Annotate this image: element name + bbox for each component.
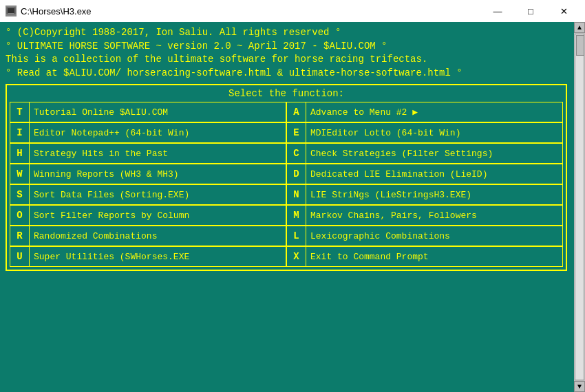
menu-key-u: U <box>10 247 30 266</box>
menu-label-n: LIE StriNgs (LieStringsH3.EXE) <box>306 187 476 203</box>
menu-label-d: Dedicated LIE Elimination (LieID) <box>306 166 491 182</box>
menu-key-o: O <box>10 206 30 225</box>
window-title: C:\Horses\H3.exe <box>21 6 92 17</box>
menu-label-t: Tutorial Online $ALIU.COM <box>30 105 172 120</box>
window: C:\Horses\H3.exe — □ ✕ ° (C)Copyright 19… <box>0 0 585 392</box>
menu-label-u: Super Utilities (SWHorses.EXE <box>30 249 193 265</box>
scroll-down-arrow[interactable]: ▼ <box>574 381 585 392</box>
menu-label-x: Exit to Command Prompt <box>306 249 433 265</box>
menu-key-x: X <box>287 247 306 266</box>
scrollbar[interactable]: ▲ ▼ <box>574 22 585 392</box>
menu-key-r: R <box>10 226 30 246</box>
header-line-4-text: ° Read at $ALIU.COM/ horseracing-softwar… <box>6 67 462 78</box>
menu-row[interactable]: DDedicated LIE Elimination (LieID) <box>286 164 563 184</box>
menu-key-w: W <box>10 164 30 184</box>
scroll-thumb[interactable] <box>576 35 584 56</box>
menu-label-l: Lexicographic Combinations <box>306 228 454 244</box>
header-line-2: ° ULTIMATE HORSE SOFTWARE ~ version 2.0 … <box>6 40 567 54</box>
menu-key-c: C <box>287 144 306 163</box>
scroll-up-arrow[interactable]: ▲ <box>574 22 585 33</box>
title-bar-controls: — □ ✕ <box>482 1 579 21</box>
menu-label-a: Advance to Menu #2 ▶ <box>306 104 422 120</box>
menu-label-s: Sort Data Files (Sorting.EXE) <box>30 187 193 203</box>
menu-label-e: MDIEditor Lotto (64-bit Win) <box>306 125 465 141</box>
menu-label-i: Editor Notepad++ (64-bit Win) <box>30 125 193 141</box>
maximize-button[interactable]: □ <box>515 1 546 21</box>
menu-label-c: Check Strategies (Filter Settings) <box>306 146 497 162</box>
terminal-content: ° (C)Copyright 1988-2017, Ion Saliu. All… <box>6 26 567 271</box>
svg-rect-2 <box>8 13 14 14</box>
header-line-2-text: ° ULTIMATE HORSE SOFTWARE ~ version 2.0 … <box>6 41 387 52</box>
menu-row[interactable]: HStrategy Hits in the Past <box>10 143 286 164</box>
title-bar-left: C:\Horses\H3.exe <box>6 6 92 17</box>
header-line-1: ° (C)Copyright 1988-2017, Ion Saliu. All… <box>6 26 567 40</box>
header-line-1-text: ° (C)Copyright 1988-2017, Ion Saliu. All… <box>6 27 341 38</box>
menu-key-n: N <box>287 185 306 204</box>
menu-row[interactable]: TTutorial Online $ALIU.COM <box>10 102 286 122</box>
menu-row[interactable]: WWinning Reports (WH3 & MH3) <box>10 164 286 184</box>
menu-grid: TTutorial Online $ALIU.COMAAdvance to Me… <box>10 102 563 267</box>
menu-row[interactable]: AAdvance to Menu #2 ▶ <box>286 102 563 122</box>
menu-row[interactable]: NLIE StriNgs (LieStringsH3.EXE) <box>286 184 563 205</box>
menu-key-t: T <box>10 102 30 122</box>
menu-title: Select the function: <box>10 88 563 99</box>
menu-key-i: I <box>10 123 30 142</box>
menu-box: Select the function: TTutorial Online $A… <box>6 84 567 271</box>
menu-row[interactable]: USuper Utilities (SWHorses.EXE <box>10 246 286 267</box>
scroll-track <box>575 34 584 380</box>
menu-row[interactable]: MMarkov Chains, Pairs, Followers <box>286 205 563 226</box>
menu-row[interactable]: SSort Data Files (Sorting.EXE) <box>10 184 286 205</box>
menu-key-s: S <box>10 185 30 204</box>
menu-label-o: Sort Filter Reports by Column <box>30 208 193 224</box>
menu-row[interactable]: RRandomized Combinations <box>10 226 286 246</box>
menu-row[interactable]: LLexicographic Combinations <box>286 226 563 246</box>
menu-row[interactable]: CCheck Strategies (Filter Settings) <box>286 143 563 164</box>
header-text: ° (C)Copyright 1988-2017, Ion Saliu. All… <box>6 26 567 80</box>
terminal: ° (C)Copyright 1988-2017, Ion Saliu. All… <box>0 22 585 392</box>
menu-label-h: Strategy Hits in the Past <box>30 146 172 162</box>
menu-row[interactable]: XExit to Command Prompt <box>286 246 563 267</box>
close-button[interactable]: ✕ <box>548 1 579 21</box>
menu-key-m: M <box>287 206 306 225</box>
menu-row[interactable]: IEditor Notepad++ (64-bit Win) <box>10 122 286 143</box>
menu-label-m: Markov Chains, Pairs, Followers <box>306 208 481 224</box>
app-icon <box>6 6 17 17</box>
menu-key-h: H <box>10 144 30 163</box>
header-line-3: This is a collection of the ultimate sof… <box>6 53 567 67</box>
minimize-button[interactable]: — <box>482 1 513 21</box>
header-line-3-text: This is a collection of the ultimate sof… <box>6 54 427 65</box>
menu-key-l: L <box>287 226 306 246</box>
title-bar: C:\Horses\H3.exe — □ ✕ <box>0 0 585 22</box>
menu-key-d: D <box>287 164 306 184</box>
menu-row[interactable]: EMDIEditor Lotto (64-bit Win) <box>286 122 563 143</box>
menu-row[interactable]: OSort Filter Reports by Column <box>10 205 286 226</box>
svg-rect-1 <box>8 8 14 13</box>
menu-label-w: Winning Reports (WH3 & MH3) <box>30 166 183 182</box>
menu-label-r: Randomized Combinations <box>30 228 161 244</box>
header-line-4: ° Read at $ALIU.COM/ horseracing-softwar… <box>6 67 567 80</box>
menu-key-e: E <box>287 123 306 142</box>
menu-key-a: A <box>287 102 306 122</box>
